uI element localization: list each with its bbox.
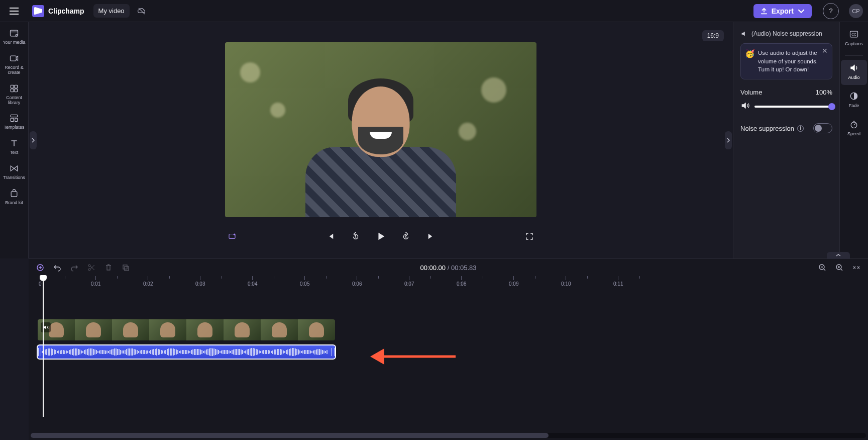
timeline-scrollbar-thumb[interactable] (31, 433, 549, 438)
zoom-in-button[interactable] (834, 262, 845, 273)
current-time: 00:00.00 (420, 264, 446, 272)
svg-rect-7 (11, 115, 17, 117)
tip-close-button[interactable]: ✕ (821, 47, 829, 55)
ai-enhance-button[interactable] (225, 229, 239, 243)
annotation-arrow (370, 346, 456, 367)
total-duration: 00:05.83 (451, 264, 477, 272)
chevron-down-icon (798, 8, 805, 15)
zoom-fit-button[interactable] (851, 262, 862, 273)
aspect-ratio-button[interactable]: 16:9 (702, 30, 724, 41)
audio-clip-handle-right[interactable] (331, 345, 335, 359)
clip-mute-button[interactable] (41, 322, 51, 332)
duplicate-button[interactable] (120, 262, 131, 273)
skip-forward-button[interactable] (424, 229, 438, 243)
svg-point-20 (88, 269, 90, 271)
svg-text:5: 5 (405, 235, 407, 238)
svg-rect-9 (15, 118, 18, 122)
tab-fade[interactable]: Fade (841, 88, 867, 113)
video-clip[interactable] (37, 318, 336, 341)
tip-card: 🥳 ✕ Use audio to adjust the volume of yo… (740, 43, 832, 79)
tab-speed[interactable]: Speed (841, 116, 867, 141)
tab-label: Speed (847, 131, 860, 136)
noise-suppression-toggle[interactable] (813, 123, 832, 133)
svg-rect-2 (11, 56, 17, 61)
delete-button[interactable] (103, 262, 114, 273)
timeline-time-display: 00:00.00 / 00:05.83 (420, 264, 476, 272)
split-button[interactable] (86, 262, 97, 273)
volume-value: 100% (816, 89, 832, 96)
zoom-out-button[interactable] (817, 262, 828, 273)
app-logo[interactable]: Clipchamp (28, 3, 88, 19)
party-emoji-icon: 🥳 (745, 48, 755, 59)
help-button[interactable]: ? (823, 3, 839, 19)
collapse-timeline-button[interactable] (827, 252, 850, 259)
skip-back-button[interactable] (323, 229, 338, 243)
sidebar-label: Transitions (3, 175, 25, 181)
tab-label: Audio (848, 75, 859, 80)
rewind-5-button[interactable]: 5 (349, 229, 363, 243)
timeline-scrollbar[interactable] (31, 433, 866, 438)
tab-captions[interactable]: CC Captions (841, 26, 867, 51)
sync-status-icon[interactable] (135, 4, 149, 18)
sidebar-item-text[interactable]: Text (1, 135, 27, 159)
undo-button[interactable] (52, 262, 63, 273)
upload-icon (761, 8, 768, 15)
volume-slider-thumb[interactable] (828, 103, 835, 110)
svg-rect-22 (125, 267, 129, 271)
sidebar-label: Record & create (1, 65, 27, 75)
svg-text:5: 5 (355, 235, 357, 238)
audio-clip-handle-left[interactable] (38, 345, 42, 359)
playhead[interactable] (43, 276, 44, 417)
right-sidebar: CC Captions Audio Fade Speed (839, 22, 868, 258)
audio-waveform (42, 345, 331, 359)
tab-label: Fade (849, 103, 859, 108)
svg-rect-8 (11, 118, 14, 122)
sidebar-item-templates[interactable]: Templates (1, 110, 27, 134)
add-track-button[interactable] (35, 262, 46, 273)
svg-point-19 (88, 265, 90, 267)
left-sidebar: Your media Record & create Content libra… (0, 22, 29, 258)
play-button[interactable] (374, 229, 388, 243)
app-name: Clipchamp (48, 7, 84, 15)
svg-rect-6 (15, 89, 18, 92)
volume-slider[interactable] (754, 106, 832, 108)
audio-icon (740, 30, 747, 37)
expand-right-handle[interactable] (725, 131, 732, 149)
canvas-area: 16:9 5 5 (29, 22, 733, 258)
sidebar-label: Your media (3, 40, 25, 45)
tab-audio[interactable]: Audio (841, 60, 867, 85)
speaker-icon[interactable] (740, 101, 749, 112)
sidebar-label: Brand kit (5, 201, 23, 206)
sidebar-item-transitions[interactable]: Transitions (1, 160, 27, 185)
noise-suppression-label: Noise suppression (740, 125, 794, 132)
info-icon[interactable]: i (797, 125, 804, 132)
sidebar-item-record-create[interactable]: Record & create (1, 50, 27, 79)
redo-button[interactable] (69, 262, 80, 273)
svg-rect-4 (15, 85, 18, 88)
svg-rect-21 (123, 265, 127, 269)
svg-rect-3 (11, 85, 14, 88)
audio-clip[interactable] (37, 344, 336, 360)
menu-button[interactable] (5, 2, 23, 20)
export-label: Export (772, 7, 794, 15)
clipchamp-icon (32, 5, 44, 17)
tip-text: Use audio to adjust the volume of your s… (758, 50, 818, 72)
panel-title: (Audio) Noise suppression (751, 30, 822, 37)
expand-left-handle[interactable] (30, 131, 37, 149)
project-name-input[interactable]: My video (93, 4, 130, 18)
fullscreen-button[interactable] (522, 229, 536, 243)
forward-5-button[interactable]: 5 (399, 229, 413, 243)
video-preview[interactable] (225, 42, 536, 217)
sidebar-item-brand-kit[interactable]: Brand kit (1, 186, 27, 210)
export-button[interactable]: Export (753, 4, 812, 18)
sidebar-label: Text (10, 150, 19, 155)
sidebar-item-your-media[interactable]: Your media (1, 25, 27, 49)
sidebar-label: Content library (1, 96, 27, 106)
svg-rect-5 (11, 89, 14, 92)
sidebar-item-content-library[interactable]: Content library (1, 80, 27, 110)
volume-label: Volume (740, 89, 762, 96)
user-avatar[interactable]: CP (849, 4, 863, 18)
tab-label: Captions (845, 41, 863, 46)
timeline-ruler[interactable]: 0 0:01 0:02 0:03 0:04 0:05 0:06 0:07 0:0… (36, 276, 868, 288)
svg-rect-10 (11, 192, 17, 197)
